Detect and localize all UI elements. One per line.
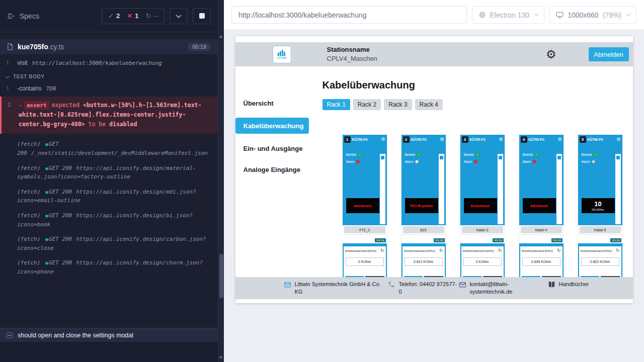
measurement-label: Schleifenwiderstand [kOhm] — [581, 249, 612, 252]
fetch-status: GET 200 — [49, 212, 72, 219]
fetch-status: GET 200 — [49, 165, 72, 171]
refresh-icon[interactable]: ↻ — [557, 248, 561, 253]
measurement-label: Schleifenwiderstand [kOhm] — [404, 249, 435, 252]
fetch-url: https://api.iconify.design/mdi.json?icon… — [17, 189, 196, 204]
betrieb-led — [417, 153, 421, 156]
device-gear-icon[interactable]: ⚙ — [557, 137, 561, 142]
aut-stage: LITTWIN Stationsname CPLV4_Maschen ⚙ Abm… — [224, 30, 644, 362]
page-title: Kabelüberwachung — [323, 79, 633, 91]
firmware-version: V4.19 — [434, 238, 445, 242]
nav-item-ein-und-ausgänge[interactable]: Ein- und Ausgänge — [235, 142, 314, 155]
station-value: CPLV4_Maschen — [327, 55, 377, 63]
device-gear-icon[interactable]: ⚙ — [616, 137, 620, 142]
terminal-strip — [439, 154, 444, 224]
littwin-logo: LITTWIN — [273, 46, 291, 63]
rack-tab-3[interactable]: Rack 3 — [384, 99, 412, 110]
fetch-log-entry[interactable]: (fetch)●GET 200https://api.iconify.desig… — [0, 258, 218, 276]
status-display: PST-M prüfen — [405, 198, 438, 213]
device-gear-icon[interactable]: ⚙ — [381, 137, 385, 142]
cable-label-bar: Kabel 4 — [519, 225, 564, 234]
device-model: KÜ705-FO — [529, 138, 556, 141]
fetch-log-entry[interactable]: (fetch)●GET 200https://api.iconify.desig… — [0, 188, 218, 205]
status-dot-icon: ● — [45, 260, 48, 265]
nav-item-analoge-eingänge[interactable]: Analoge Eingänge — [235, 163, 314, 176]
viewport-select[interactable]: 1000x660 (79%) — [549, 6, 636, 24]
logout-button[interactable]: Abmelden — [589, 47, 629, 61]
aut-url-field[interactable]: http://localhost:3000/kabelueberwachung — [231, 6, 467, 24]
refresh-icon[interactable]: ↻ — [498, 248, 502, 253]
device-card-header: 5KÜ706-FO⚙ — [578, 135, 622, 144]
browser-select[interactable]: Electron 130 — [472, 6, 545, 24]
footer-item-mail[interactable]: kontakt@littwin-systemtechnik.de — [459, 281, 515, 296]
nav-item-übersicht[interactable]: Übersicht — [235, 97, 314, 110]
cable-label: Kabel 4 — [521, 226, 562, 233]
fetch-log-entry[interactable]: (fetch)●GET 200https://api.iconify.desig… — [0, 164, 218, 182]
betrieb-label: Betrieb — [523, 153, 533, 156]
footer-item-phone[interactable]: Telefon: 04402 972577-0 — [388, 281, 459, 296]
refresh-icon[interactable]: ↻ — [380, 248, 384, 253]
betrieb-led — [358, 153, 362, 156]
visit-command-row[interactable]: 1 visit http://localhost:3000/kabelueber… — [0, 57, 218, 68]
fetch-log-list: (fetch)●GET 200/_next/static/development… — [0, 140, 218, 276]
measurement-label: Schleifenwiderstand [kOhm] — [522, 249, 553, 252]
failed-assert-row[interactable]: 2-assertexpected <button.w-[50%].h-[1.56… — [0, 97, 218, 134]
settings-gear-icon[interactable]: ⚙ — [546, 49, 556, 60]
cable-label-bar: Kabel 3 — [460, 225, 505, 234]
next-test-row[interactable]: should open and close the settings modal — [0, 328, 218, 342]
monitor-icon — [556, 12, 564, 19]
pending-count: ↻-- — [145, 12, 158, 20]
mail-icon — [459, 281, 466, 291]
resistance-value: 0.812 KOhm — [405, 257, 443, 266]
collapse-all-button[interactable] — [170, 8, 188, 24]
spec-header[interactable]: kue705fo.cy.ts 00:19 — [0, 39, 218, 54]
book-icon — [548, 281, 555, 290]
spec-name: kue705fo.cy.ts — [18, 43, 64, 51]
fetch-url: https://api.iconify.design/bi.json?icons… — [17, 212, 193, 228]
rack-tab-2[interactable]: Rack 2 — [353, 99, 381, 110]
app-sidebar: ÜbersichtKabelüberwachungEin- und Ausgän… — [235, 66, 314, 277]
fetch-method: (fetch) — [17, 141, 40, 147]
cypress-reporter-panel: Specs ✓2 ✕1 ↻-- kue705fo.cy.ts 00:19 1 v… — [0, 0, 218, 362]
alarm-label: Alarm — [523, 160, 531, 163]
phone-icon — [388, 281, 395, 290]
scroll-up-arrow[interactable] — [219, 35, 222, 38]
scroll-down-arrow[interactable] — [219, 356, 222, 359]
refresh-icon[interactable]: ↻ — [439, 248, 443, 253]
test-body-toggle[interactable]: TEST BODY — [0, 68, 218, 83]
device-model: KÜ705-FO — [352, 138, 380, 141]
rack-tab-1[interactable]: Rack 1 — [323, 99, 350, 110]
status-dot-icon: ● — [45, 213, 48, 218]
nav-item-kabelüberwachung[interactable]: Kabelüberwachung — [235, 118, 309, 134]
passed-count: ✓2 — [108, 12, 120, 20]
aut-toolbar: http://localhost:3000/kabelueberwachung … — [224, 0, 644, 30]
refresh-icon[interactable]: ↻ — [616, 248, 620, 253]
footer-item-book[interactable]: Handbücher — [548, 281, 589, 290]
fetch-method: (fetch) — [17, 236, 40, 242]
fault-text: PST-M prüfen — [410, 204, 433, 208]
collapsed-test-icon — [7, 332, 13, 338]
version-row: V4.19 — [343, 234, 387, 243]
device-number: 3 — [462, 136, 468, 143]
version-row: V4.19 — [460, 234, 505, 243]
betrieb-led — [535, 153, 538, 156]
scrollbar-thumb[interactable] — [219, 254, 223, 298]
fetch-log-entry[interactable]: (fetch)●GET 200/_next/static/development… — [0, 140, 218, 157]
chevron-down-icon — [176, 12, 181, 18]
fetch-log-entry[interactable]: (fetch)●GET 200https://api.iconify.desig… — [0, 235, 218, 252]
contains-command-row[interactable]: 1 -contains TDR — [0, 83, 218, 94]
stop-run-button[interactable] — [193, 8, 211, 24]
cable-label: B23 — [403, 226, 444, 233]
device-gear-icon[interactable]: ⚙ — [499, 137, 503, 142]
status-dot-icon: ● — [45, 190, 48, 195]
check-icon: ✓ — [108, 12, 114, 20]
rack-tab-4[interactable]: Rack 4 — [415, 99, 443, 110]
fetch-log-entry[interactable]: (fetch)●GET 200https://api.iconify.desig… — [0, 211, 218, 229]
specs-menu-button[interactable]: Specs — [7, 12, 39, 20]
app-content: Kabelüberwachung Rack 1Rack 2Rack 3Rack … — [314, 66, 633, 277]
device-gear-icon[interactable]: ⚙ — [440, 137, 444, 142]
fetch-status: GET 200 — [49, 236, 72, 242]
fetch-status: GET 200 — [49, 189, 72, 195]
resistance-value: 0 KOhm — [346, 257, 384, 266]
reporter-scrollbar[interactable] — [218, 0, 224, 362]
next-test-title: should open and close the settings modal — [18, 332, 133, 339]
